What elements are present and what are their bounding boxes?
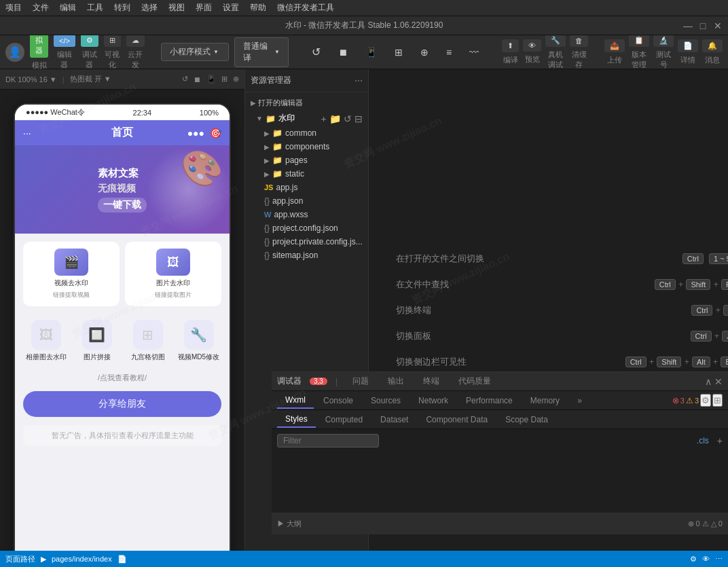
sim-icon3[interactable]: 📱 — [206, 75, 216, 84]
icon-item-3[interactable]: ⊞ 九宫格切图 — [125, 320, 170, 362]
filter-input[interactable] — [277, 434, 379, 447]
subtab-computed[interactable]: Computed — [317, 412, 371, 427]
icon-item-2[interactable]: 🔲 图片拼接 — [74, 320, 120, 362]
sim-icon4[interactable]: ⊞ — [221, 75, 228, 84]
detail-button[interactable]: 📄 — [678, 39, 698, 52]
add-file-icon[interactable]: + — [321, 113, 327, 124]
devtools-tab-codequality[interactable]: 代码质量 — [452, 373, 498, 390]
add-folder-icon[interactable]: 📁 — [329, 113, 341, 124]
cloud-button[interactable]: ☁ — [126, 34, 145, 47]
expand-button[interactable]: ⊞ — [388, 44, 410, 60]
menu-item-edit[interactable]: 编辑 — [60, 2, 76, 14]
share-button[interactable]: 分享给朋友 — [23, 391, 221, 417]
panel-settings-button[interactable]: ⚙ — [700, 394, 711, 407]
menu-item-goto[interactable]: 转到 — [114, 2, 130, 14]
status-more-icon[interactable]: ⋯ — [715, 555, 723, 564]
subtab-dataset[interactable]: Dataset — [372, 412, 416, 427]
sim-icon2[interactable]: ⏹ — [194, 75, 201, 84]
visual-button[interactable]: ⊞ — [104, 34, 121, 47]
file-projectprivate[interactable]: {} project.private.config.js... — [245, 235, 368, 249]
sim-dk-label[interactable]: DK 100% 16 ▼ — [5, 75, 57, 84]
devtools-tab-issues[interactable]: 问题 — [346, 373, 376, 390]
panel-tab-memory[interactable]: Memory — [522, 393, 568, 408]
menu-item-select[interactable]: 选择 — [141, 2, 158, 14]
panel-tab-network[interactable]: Network — [410, 393, 456, 408]
root-folder[interactable]: ▼ 📁 水印 + 📁 ↺ ⊟ — [245, 111, 368, 126]
file-appwxss[interactable]: W app.wxss — [245, 208, 368, 221]
panel-tab-more[interactable]: » — [569, 393, 590, 408]
panel-tab-sources[interactable]: Sources — [363, 393, 409, 408]
nav-icon1[interactable]: ●●● — [187, 128, 204, 139]
phone-button[interactable]: 📱 — [359, 44, 384, 60]
nav-icon2[interactable]: 🎯 — [210, 128, 221, 139]
message-button[interactable]: 🔔 — [702, 39, 723, 52]
menu-item-view[interactable]: 视图 — [168, 2, 185, 14]
status-eye-icon[interactable]: 👁 — [702, 555, 710, 564]
compile-dropdown[interactable]: 普通编译 — [234, 37, 289, 67]
more-button[interactable]: ⊕ — [414, 44, 435, 60]
subtab-componentdata[interactable]: Component Data — [418, 412, 496, 427]
filter-cls-button[interactable]: .cls — [697, 436, 709, 445]
subtab-scopedata[interactable]: Scope Data — [497, 412, 556, 427]
preview-button[interactable]: 👁 — [523, 39, 541, 52]
version-button[interactable]: 📋 — [629, 34, 649, 47]
realdebug-button[interactable]: 🔧 — [545, 34, 566, 47]
compile-button2[interactable]: ⬆ — [502, 39, 519, 52]
file-appjson[interactable]: {} app.json — [245, 194, 368, 208]
status-page[interactable]: pages/index/index — [52, 555, 112, 563]
sim-icon1[interactable]: ↺ — [182, 75, 188, 84]
minimize-button[interactable]: — — [683, 21, 693, 31]
clearcache-button[interactable]: 🗑 — [570, 35, 588, 47]
stop-button[interactable]: ⏹ — [331, 44, 354, 60]
open-editors-section[interactable]: ▶ 打开的编辑器 — [245, 95, 368, 111]
file-projectconfig[interactable]: {} project.config.json — [245, 221, 368, 235]
bottom-expand-icon[interactable]: ▶ 大纲 — [277, 519, 302, 529]
test-button[interactable]: 🔬 — [653, 34, 674, 47]
editor-button[interactable]: </> — [54, 35, 75, 47]
folder-static[interactable]: ▶ 📁 static — [245, 167, 368, 181]
panel-tab-performance[interactable]: Performance — [458, 393, 521, 408]
maximize-button[interactable]: □ — [698, 21, 708, 31]
menu-item-help[interactable]: 帮助 — [250, 2, 266, 14]
file-sitemap[interactable]: {} sitemap.json — [245, 249, 368, 262]
refresh-tree-icon[interactable]: ↺ — [344, 113, 352, 124]
panel-tab-console[interactable]: Console — [315, 393, 361, 408]
folder-pages[interactable]: ▶ 📁 pages — [245, 153, 368, 167]
tutorial-link[interactable]: /点我查看教程/ — [15, 370, 230, 386]
folder-components[interactable]: ▶ 📁 components — [245, 140, 368, 153]
menu-item-project[interactable]: 项目 — [5, 2, 22, 14]
panel-dock-button[interactable]: ⊞ — [712, 394, 723, 407]
devtools-tab-output[interactable]: 输出 — [381, 373, 411, 390]
new-file-button[interactable]: ⋯ — [354, 76, 363, 86]
waves-button[interactable]: 〰 — [462, 44, 486, 60]
icon-item-1[interactable]: 🖼 相册图去水印 — [23, 320, 69, 362]
devtools-close-button[interactable]: ✕ — [714, 376, 723, 387]
panel-tab-wxml[interactable]: Wxml — [277, 392, 314, 409]
devtools-collapse-button[interactable]: ∧ — [705, 376, 712, 387]
filter-plus-button[interactable]: + — [717, 435, 723, 446]
folder-common[interactable]: ▶ 📁 common — [245, 126, 368, 140]
menu-item-wechat[interactable]: 微信开发者工具 — [277, 2, 334, 14]
file-appjs[interactable]: JS app.js — [245, 181, 368, 194]
menu-item-file[interactable]: 文件 — [33, 2, 49, 14]
upload-button[interactable]: 📤 — [604, 39, 625, 52]
settings-icon-button[interactable]: ≡ — [439, 44, 458, 60]
devtools-tab-terminal[interactable]: 终端 — [416, 373, 446, 390]
menu-item-settings[interactable]: 设置 — [223, 2, 239, 14]
menu-item-interface[interactable]: 界面 — [196, 2, 212, 14]
status-file-icon[interactable]: 📄 — [117, 555, 127, 564]
status-settings-icon[interactable]: ⚙ — [690, 555, 697, 564]
menu-item-tools[interactable]: 工具 — [87, 2, 103, 14]
subtab-styles[interactable]: Styles — [277, 411, 316, 428]
close-button[interactable]: ✕ — [713, 21, 723, 31]
mode-dropdown[interactable]: 小程序模式 — [161, 43, 229, 61]
icon-item-4[interactable]: 🔧 视频MD5修改 — [176, 320, 221, 362]
sim-hotslice[interactable]: 热图截 开 ▼ — [70, 74, 111, 84]
collapse-tree-icon[interactable]: ⊟ — [354, 113, 363, 124]
back-icon[interactable]: ··· — [23, 128, 31, 139]
feature-card-video[interactable]: 🎬 视频去水印 链接提取视频 — [23, 242, 120, 306]
feature-card-image[interactable]: 🖼 图片去水印 链接提取图片 — [125, 242, 221, 306]
debug-button[interactable]: ⚙ — [81, 34, 98, 47]
sim-icon5[interactable]: ⊕ — [233, 75, 239, 84]
refresh-button[interactable]: ↺ — [305, 43, 327, 61]
